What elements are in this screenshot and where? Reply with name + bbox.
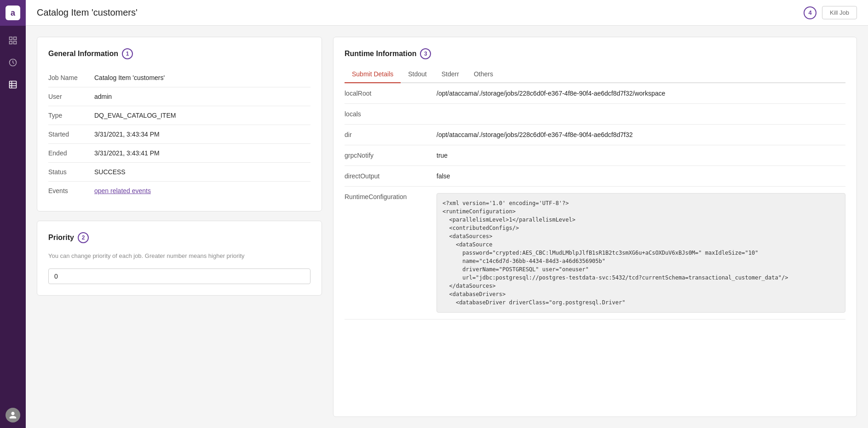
key-locals: locals <box>345 110 437 118</box>
label-ended: Ended <box>48 149 94 157</box>
value-grpcnotify: true <box>437 152 845 159</box>
info-row-ended: Ended 3/31/2021, 3:43:41 PM <box>48 144 310 163</box>
info-row-started: Started 3/31/2021, 3:43:34 PM <box>48 125 310 144</box>
key-grpcnotify: grpcNotify <box>345 152 437 159</box>
tab-submit-details[interactable]: Submit Details <box>345 67 401 83</box>
runtime-header: Runtime Information 3 <box>345 48 845 59</box>
value-directoutput: false <box>437 172 845 180</box>
runtime-row-runtimeconfig: RuntimeConfiguration <?xml version='1.0'… <box>345 187 845 320</box>
runtime-row-localroot: localRoot /opt/ataccama/./storage/jobs/2… <box>345 83 845 104</box>
key-directoutput: directOutput <box>345 172 437 180</box>
page-header: Catalog Item 'customers' 4 Kill Job <box>26 0 868 26</box>
info-row-type: Type DQ_EVAL_CATALOG_ITEM <box>48 106 310 125</box>
svg-rect-3 <box>14 41 17 44</box>
info-row-user: User admin <box>48 87 310 106</box>
sidebar-item-clock[interactable] <box>0 51 26 74</box>
runtime-data: localRoot /opt/ataccama/./storage/jobs/2… <box>345 83 845 405</box>
runtime-info-card: Runtime Information 3 Submit Details Std… <box>333 37 857 417</box>
runtime-title: Runtime Information <box>345 50 416 58</box>
xml-content-block[interactable]: <?xml version='1.0' encoding='UTF-8'?> <… <box>437 193 845 313</box>
value-jobname: Catalog Item 'customers' <box>94 74 165 81</box>
main-content: Catalog Item 'customers' 4 Kill Job Gene… <box>26 0 868 428</box>
value-user: admin <box>94 93 112 100</box>
logo-letter: a <box>6 6 20 20</box>
value-started: 3/31/2021, 3:43:34 PM <box>94 131 160 138</box>
runtime-row-locals: locals <box>345 104 845 125</box>
value-localroot: /opt/ataccama/./storage/jobs/228c6d0f-e3… <box>437 90 845 97</box>
runtime-badge: 3 <box>420 48 431 59</box>
sidebar-item-table[interactable] <box>0 74 26 96</box>
value-type: DQ_EVAL_CATALOG_ITEM <box>94 112 176 119</box>
priority-badge: 2 <box>78 232 89 243</box>
label-user: User <box>48 93 94 100</box>
general-info-table: Job Name Catalog Item 'customers' User a… <box>48 68 310 200</box>
value-dir: /opt/ataccama/./storage/jobs/228c6d0f-e3… <box>437 131 845 138</box>
label-jobname: Job Name <box>48 74 94 81</box>
left-panel: General Information 1 Job Name Catalog I… <box>37 37 322 417</box>
key-dir: dir <box>345 131 437 138</box>
runtime-row-directoutput: directOutput false <box>345 166 845 187</box>
label-events: Events <box>48 187 94 194</box>
sidebar-bottom <box>6 408 20 428</box>
key-runtimeconfig: RuntimeConfiguration <box>345 193 437 200</box>
sidebar-item-grid[interactable] <box>0 29 26 51</box>
general-info-card: General Information 1 Job Name Catalog I… <box>37 37 322 211</box>
right-panel: Runtime Information 3 Submit Details Std… <box>333 37 857 417</box>
svg-rect-5 <box>10 81 17 88</box>
general-info-header: General Information 1 <box>48 48 310 59</box>
label-type: Type <box>48 112 94 119</box>
kill-job-button[interactable]: Kill Job <box>822 6 857 19</box>
page-title: Catalog Item 'customers' <box>37 7 804 18</box>
priority-title: Priority <box>48 234 74 242</box>
open-related-events-link[interactable]: open related events <box>94 187 151 194</box>
tab-stdout[interactable]: Stdout <box>401 67 434 83</box>
label-status: Status <box>48 168 94 176</box>
value-ended: 3/31/2021, 3:43:41 PM <box>94 149 160 157</box>
value-runtimeconfig: <?xml version='1.0' encoding='UTF-8'?> <… <box>437 193 845 313</box>
user-avatar[interactable] <box>6 408 20 422</box>
page-body: General Information 1 Job Name Catalog I… <box>26 26 868 428</box>
sidebar: a <box>0 0 26 428</box>
svg-rect-0 <box>10 37 12 40</box>
general-info-badge: 1 <box>122 48 133 59</box>
priority-input[interactable] <box>48 268 310 284</box>
runtime-row-dir: dir /opt/ataccama/./storage/jobs/228c6d0… <box>345 125 845 145</box>
app-logo[interactable]: a <box>0 0 26 26</box>
info-row-jobname: Job Name Catalog Item 'customers' <box>48 68 310 87</box>
priority-hint: You can change priority of each job. Gre… <box>48 252 310 259</box>
value-status: SUCCESS <box>94 168 126 176</box>
runtime-tabs: Submit Details Stdout Stderr Others <box>345 67 845 83</box>
info-row-status: Status SUCCESS <box>48 163 310 182</box>
tab-stderr[interactable]: Stderr <box>434 67 466 83</box>
svg-rect-2 <box>10 41 12 44</box>
label-started: Started <box>48 131 94 138</box>
priority-card: Priority 2 You can change priority of ea… <box>37 221 322 296</box>
priority-header: Priority 2 <box>48 232 310 243</box>
general-info-title: General Information <box>48 50 118 58</box>
info-row-events: Events open related events <box>48 182 310 200</box>
svg-rect-1 <box>14 37 17 40</box>
header-badge: 4 <box>804 6 816 19</box>
runtime-row-grpcnotify: grpcNotify true <box>345 145 845 166</box>
key-localroot: localRoot <box>345 90 437 97</box>
tab-others[interactable]: Others <box>466 67 500 83</box>
